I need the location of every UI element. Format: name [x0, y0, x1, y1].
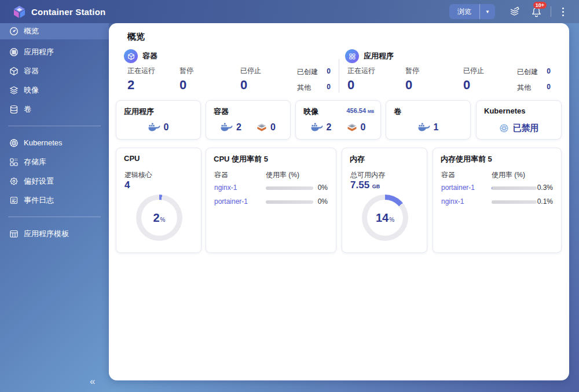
container-link[interactable]: portainer-1: [214, 197, 248, 206]
sidebar-item-registries[interactable]: 存储库: [0, 152, 109, 171]
database-icon: [9, 104, 19, 114]
browse-button[interactable]: 浏览: [449, 4, 479, 19]
sidebar: 概览 应用程序 容器 映像 卷 Kubernetes 存储库: [0, 23, 109, 392]
cpu-top5-card: CPU 使用率前 5 容器 使用率 (%) nginx-1 0% portain…: [206, 148, 336, 253]
cpu-usage-donut: 2 %: [136, 195, 182, 241]
background-tasks-button[interactable]: [503, 0, 525, 23]
browse-split-button[interactable]: 浏览 ▼: [449, 4, 495, 19]
more-options-button[interactable]: [555, 0, 571, 23]
container-link[interactable]: nginx-1: [214, 184, 237, 192]
containers-cube-icon: [124, 49, 138, 63]
sidebar-item-event-logs[interactable]: 事件日志: [0, 190, 109, 210]
stat-apps-paused: 暂停 0: [405, 66, 419, 93]
usage-bar: [492, 200, 537, 204]
summary-card-volumes[interactable]: 卷 1: [386, 100, 471, 140]
app-title: Container Station: [31, 7, 105, 17]
chevron-down-icon[interactable]: ▼: [480, 4, 495, 19]
gauge-icon: [9, 27, 19, 36]
summary-card-images[interactable]: 映像 456.54 MB 2 0: [295, 100, 381, 140]
sidebar-item-preferences[interactable]: 偏好设置: [0, 171, 109, 190]
docker-whale-icon: [311, 123, 323, 132]
sidebar-item-volumes[interactable]: 卷: [0, 100, 109, 119]
sidebar-item-kubernetes[interactable]: Kubernetes: [0, 133, 109, 152]
sidebar-item-label: 映像: [24, 85, 39, 96]
stat-containers-running: 正在运行 2: [127, 66, 155, 93]
stat-apps-mini: 已创建0 其他0: [517, 67, 551, 98]
sidebar-item-label: 概览: [24, 26, 39, 36]
main-panel: 概览 容器 正在运行 2 暂停 0 已停止 0 已创建0 其他0 应用程序 正在…: [109, 23, 569, 380]
apps-circle-icon: [9, 47, 19, 57]
sidebar-item-label: 事件日志: [24, 195, 54, 206]
cpu-card: CPU 逻辑核心 4 2 %: [116, 148, 201, 253]
memory-total-label: 总可用内存: [350, 170, 385, 180]
sidebar-item-app-templates[interactable]: 应用程序模板: [0, 224, 109, 243]
stacked-box-icon: [256, 123, 267, 132]
images-total-size: 456.54 MB: [346, 107, 374, 114]
memory-total-value: 7.55 GB: [350, 179, 380, 191]
sidebar-item-label: 卷: [24, 104, 31, 115]
usage-bar: [492, 186, 537, 190]
notifications-button[interactable]: 10+: [525, 0, 547, 23]
sidebar-item-applications[interactable]: 应用程序: [0, 42, 109, 61]
usage-bar: [266, 186, 313, 190]
sidebar-item-overview[interactable]: 概览: [0, 23, 109, 39]
table-row: nginx-1 0.1%: [441, 196, 553, 208]
applications-section-label: 应用程序: [364, 51, 394, 61]
cube-icon: [9, 66, 19, 76]
stat-containers-stopped: 已停止 0: [240, 66, 261, 93]
helm-wheel-icon: [9, 138, 19, 148]
stat-containers-mini: 已创建0 其他0: [297, 67, 331, 98]
memory-top5-table-header: 容器 使用率 (%): [441, 170, 553, 180]
stats-vertical-divider: [339, 59, 339, 93]
summary-card-kubernetes[interactable]: Kubernetes 已禁用: [476, 100, 562, 140]
sidebar-item-images[interactable]: 映像: [0, 80, 109, 100]
containers-section-header: 容器: [124, 49, 157, 63]
usage-bar: [266, 200, 313, 204]
top-bar: Container Station 浏览 ▼ 10+: [0, 0, 579, 23]
cpu-cores-value: 4: [124, 179, 130, 191]
tasks-stack-icon: [509, 6, 520, 17]
kebab-menu-icon: [562, 8, 564, 16]
container-link[interactable]: nginx-1: [441, 197, 464, 206]
stat-apps-running: 正在运行 0: [347, 66, 375, 93]
kubernetes-status: 已禁用: [477, 123, 561, 134]
table-row: portainer-1 0.3%: [441, 182, 553, 194]
sidebar-item-label: 应用程序: [24, 47, 54, 57]
docker-whale-icon: [418, 123, 430, 132]
gear-icon: [9, 176, 19, 186]
summary-card-containers[interactable]: 容器 2 0: [206, 100, 291, 140]
cpu-top5-table-header: 容器 使用率 (%): [214, 170, 328, 180]
applications-section-header: 应用程序: [345, 49, 394, 63]
helm-wheel-icon: [499, 123, 509, 133]
sidebar-item-label: 容器: [24, 66, 39, 76]
docker-whale-icon: [221, 123, 233, 132]
topbar-divider: [551, 6, 551, 17]
sidebar-item-containers[interactable]: 容器: [0, 61, 109, 80]
memory-top5-card: 内存使用率前 5 容器 使用率 (%) portainer-1 0.3% ngi…: [433, 148, 562, 253]
sidebar-item-label: 偏好设置: [24, 176, 54, 186]
sidebar-divider: [8, 217, 101, 217]
applications-grid-icon: [345, 49, 359, 63]
containers-section-label: 容器: [142, 51, 157, 61]
stat-apps-stopped: 已停止 0: [463, 66, 484, 93]
layers-icon: [9, 85, 19, 95]
memory-usage-donut: 14 %: [362, 195, 408, 241]
notification-badge: 10+: [533, 2, 547, 9]
container-link[interactable]: portainer-1: [441, 184, 475, 192]
table-row: portainer-1 0%: [214, 196, 328, 208]
sidebar-item-label: Kubernetes: [24, 138, 63, 147]
docker-whale-icon: [148, 123, 160, 132]
container-station-logo-icon: [13, 5, 26, 19]
table-row: nginx-1 0%: [214, 182, 328, 194]
registry-blocks-icon: [9, 157, 19, 167]
log-document-icon: [9, 195, 19, 205]
sidebar-item-label: 存储库: [24, 157, 46, 167]
collapse-sidebar-button[interactable]: «: [90, 376, 95, 387]
summary-card-applications[interactable]: 应用程序 0: [116, 100, 201, 140]
sidebar-divider: [8, 126, 101, 126]
sidebar-item-label: 应用程序模板: [24, 229, 69, 239]
template-grid-icon: [9, 229, 19, 239]
page-title: 概览: [127, 31, 145, 42]
memory-card: 内存 总可用内存 7.55 GB 14 %: [342, 148, 427, 253]
stat-containers-paused: 暂停 0: [179, 66, 193, 93]
